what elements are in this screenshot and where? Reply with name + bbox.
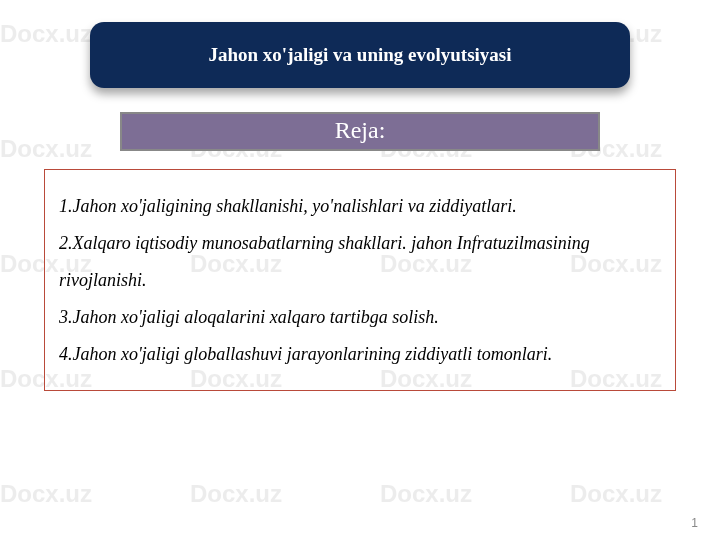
slide-content: Jahon xo'jaligi va uning evolyutsiyasi R…: [0, 0, 720, 540]
list-item: 1.Jahon xo'jaligining shakllanishi, yo'n…: [59, 188, 661, 225]
list-item: 4.Jahon xo'jaligi globallashuvi jarayonl…: [59, 336, 661, 373]
list-item: 3.Jahon xo'jaligi aloqalarini xalqaro ta…: [59, 299, 661, 336]
reja-label: Reja:: [335, 117, 386, 143]
agenda-list-box: 1.Jahon xo'jaligining shakllanishi, yo'n…: [44, 169, 676, 391]
reja-heading-box: Reja:: [120, 112, 600, 151]
page-number: 1: [691, 516, 698, 530]
title-box: Jahon xo'jaligi va uning evolyutsiyasi: [90, 22, 630, 88]
slide-title: Jahon xo'jaligi va uning evolyutsiyasi: [208, 44, 511, 65]
list-item: 2.Xalqaro iqtisodiy munosabatlarning sha…: [59, 225, 661, 299]
